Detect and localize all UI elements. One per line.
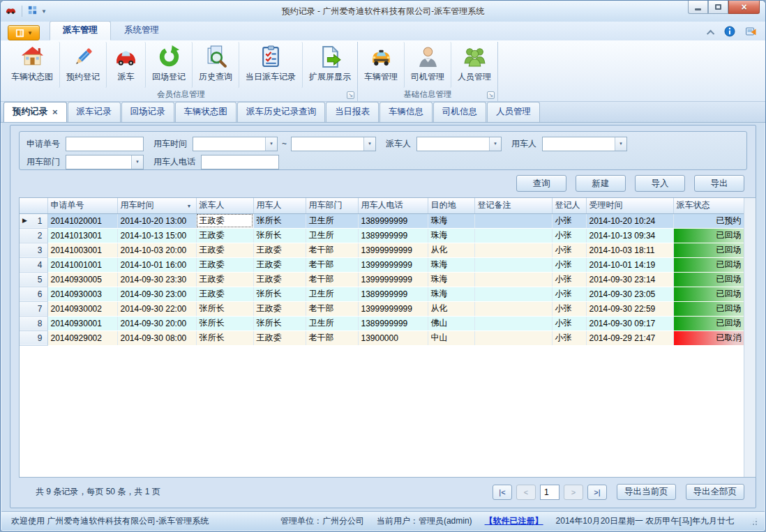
doc-tab-1[interactable]: 预约记录	[3, 102, 67, 122]
table-row[interactable]: 3201410030012014-10-03 20:00王政委王政委老干部139…	[20, 243, 745, 257]
use-time-to-combo[interactable]	[291, 137, 376, 151]
column-header-dept[interactable]: 用车部门	[306, 198, 358, 213]
cell-dispatcher[interactable]: 张所长	[196, 316, 253, 330]
chevron-down-icon[interactable]	[615, 137, 626, 151]
cell-use_time[interactable]: 2014-10-03 20:00	[117, 243, 196, 257]
import-button[interactable]: 导入	[635, 175, 685, 192]
cell-user[interactable]: 王政委	[253, 330, 306, 345]
cell-accept_time[interactable]: 2014-09-30 22:59	[586, 301, 673, 316]
table-row[interactable]: 7201409300022014-09-30 22:00张所长王政委老干部139…	[20, 301, 745, 316]
cell-use_time[interactable]: 2014-10-20 13:00	[117, 213, 196, 228]
new-button[interactable]: 新建	[576, 175, 626, 192]
cell-user[interactable]: 张所长	[253, 213, 306, 228]
cell-user[interactable]: 王政委	[253, 301, 306, 316]
cell-dispatcher[interactable]: 王政委	[196, 228, 253, 243]
history-query-button[interactable]: 历史查询	[193, 42, 239, 88]
driver-management-button[interactable]: 司机管理	[405, 42, 451, 88]
column-header-accept_time[interactable]: 受理时间	[586, 198, 673, 213]
column-header-phone[interactable]: 用车人电话	[358, 198, 428, 213]
row-indicator-cell[interactable]: 5	[20, 272, 47, 287]
cell-phone[interactable]: 1389999999	[358, 316, 428, 330]
cell-use_time[interactable]: 2014-10-13 15:00	[117, 228, 196, 243]
table-row[interactable]: 6201409300032014-09-30 23:00王政委张所长卫生所138…	[20, 287, 745, 301]
cell-accept_time[interactable]: 2014-10-20 10:24	[586, 213, 673, 228]
cell-remark[interactable]	[474, 287, 552, 301]
cell-registrar[interactable]: 小张	[552, 213, 586, 228]
cell-use_time[interactable]: 2014-09-30 23:00	[117, 287, 196, 301]
cell-use_time[interactable]: 2014-09-30 22:00	[117, 301, 196, 316]
cell-status[interactable]: 已回场	[673, 272, 745, 287]
cell-user[interactable]: 张所长	[253, 316, 306, 330]
cell-registrar[interactable]: 小张	[552, 301, 586, 316]
row-indicator-cell[interactable]: 7	[20, 301, 47, 316]
table-row[interactable]: 5201409300052014-09-30 23:30王政委王政委老干部139…	[20, 272, 745, 287]
registered-link[interactable]: 【软件已注册】	[485, 515, 543, 527]
cell-accept_time[interactable]: 2014-09-30 23:14	[586, 272, 673, 287]
row-indicator-cell[interactable]: 9	[20, 330, 47, 345]
help-icon[interactable]	[745, 26, 757, 39]
cell-registrar[interactable]: 小张	[552, 243, 586, 257]
chevron-down-icon[interactable]	[363, 137, 375, 151]
column-header-request_no[interactable]: 申请单号	[47, 198, 117, 213]
cell-dept[interactable]: 老干部	[306, 272, 358, 287]
cell-phone[interactable]: 13900000	[358, 330, 428, 345]
cell-dept[interactable]: 老干部	[306, 243, 358, 257]
cell-user[interactable]: 王政委	[253, 243, 306, 257]
doc-tab-7[interactable]: 车辆信息	[380, 102, 433, 122]
dispatcher-combo[interactable]	[416, 137, 502, 151]
phone-input[interactable]	[201, 155, 279, 169]
use-time-from-combo[interactable]	[193, 137, 278, 151]
table-row[interactable]: 4201410010012014-10-01 16:00王政委王政委老干部139…	[20, 257, 745, 272]
cell-dept[interactable]: 卫生所	[306, 228, 358, 243]
doc-tab-9[interactable]: 人员管理	[487, 102, 540, 122]
chevron-down-icon[interactable]	[131, 155, 143, 169]
cell-use_time[interactable]: 2014-09-30 08:00	[117, 330, 196, 345]
last-page-button[interactable]: >|	[587, 485, 607, 500]
cell-status[interactable]: 已回场	[673, 287, 745, 301]
cell-phone[interactable]: 13999999999	[358, 257, 428, 272]
request-no-input[interactable]	[66, 137, 144, 151]
minimize-button[interactable]	[688, 1, 708, 14]
extend-screen-button[interactable]: 扩展屏显示	[303, 42, 357, 88]
application-menu-button[interactable]: ▼	[8, 25, 40, 40]
cell-user[interactable]: 张所长	[253, 287, 306, 301]
cell-status[interactable]: 已回场	[673, 228, 745, 243]
table-row[interactable]: 1201410200012014-10-20 13:00王政委张所长卫生所138…	[20, 213, 745, 228]
doc-tab-5[interactable]: 派车历史记录查询	[237, 102, 325, 122]
cell-dispatcher[interactable]: 王政委	[196, 287, 253, 301]
cell-remark[interactable]	[474, 301, 552, 316]
cell-remark[interactable]	[474, 257, 552, 272]
cell-phone[interactable]: 1389999999	[358, 287, 428, 301]
cell-request_no[interactable]: 20141020001	[47, 213, 117, 228]
cell-dispatcher[interactable]: 张所长	[196, 330, 253, 345]
cell-dispatcher[interactable]: 王政委	[196, 243, 253, 257]
cell-dept[interactable]: 卫生所	[306, 287, 358, 301]
chevron-down-icon[interactable]	[265, 137, 277, 151]
cell-user[interactable]: 王政委	[253, 257, 306, 272]
cell-remark[interactable]	[474, 213, 552, 228]
window-layout-icon[interactable]	[27, 5, 38, 17]
cell-phone[interactable]: 13999999999	[358, 243, 428, 257]
page-number-input[interactable]	[540, 485, 560, 500]
column-header-remark[interactable]: 登记备注	[474, 198, 552, 213]
cell-dispatcher[interactable]: 张所长	[196, 301, 253, 316]
cell-accept_time[interactable]: 2014-10-13 09:34	[586, 228, 673, 243]
ribbon-tab-system[interactable]: 系统管理	[111, 21, 172, 40]
close-tab-icon[interactable]	[52, 107, 58, 117]
cell-registrar[interactable]: 小张	[552, 272, 586, 287]
cell-accept_time[interactable]: 2014-09-30 23:05	[586, 287, 673, 301]
cell-dispatcher[interactable]: 王政委	[196, 257, 253, 272]
maximize-button[interactable]	[708, 1, 728, 14]
cell-destination[interactable]: 珠海	[428, 272, 474, 287]
cell-dept[interactable]: 老干部	[306, 330, 358, 345]
column-header-use_time[interactable]: 用车时间	[117, 198, 196, 213]
cell-request_no[interactable]: 20141013001	[47, 228, 117, 243]
dialog-launcher-icon[interactable]: ↘	[487, 91, 495, 99]
chevron-down-icon[interactable]	[489, 137, 501, 151]
cell-status[interactable]: 已回场	[673, 243, 745, 257]
collapse-ribbon-icon[interactable]	[707, 29, 714, 37]
table-row[interactable]: 8201409300012014-09-30 20:00张所长张所长卫生所138…	[20, 316, 745, 330]
user-combo[interactable]	[542, 137, 627, 151]
column-header-destination[interactable]: 目的地	[428, 198, 474, 213]
column-header-indicator[interactable]	[20, 198, 47, 213]
